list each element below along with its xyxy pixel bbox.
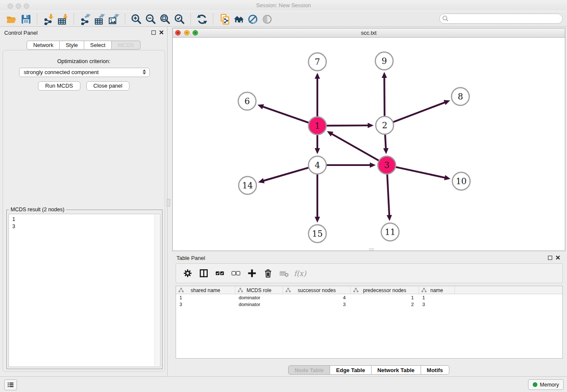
sort-tree-icon	[421, 288, 427, 293]
table-settings-button[interactable]	[182, 268, 193, 279]
edge-1-6[interactable]	[258, 104, 317, 126]
close-table-panel-icon[interactable]	[556, 255, 560, 260]
table-cell: 1	[419, 294, 455, 301]
tab-network-table[interactable]: Network Table	[371, 365, 421, 375]
network-view-window: scc.txt 7968124314101511	[172, 28, 565, 251]
control-panel-tabs: NetworkStyleSelectMCDS	[0, 41, 167, 50]
first-neighbors-icon	[233, 14, 245, 25]
table-tabs: Node TableEdge TableNetwork TableMotifs	[172, 365, 565, 375]
node-label: 6	[245, 96, 250, 106]
optimization-criterion-label: Optimization criterion:	[3, 58, 165, 64]
graph-node-9[interactable]: 9	[375, 52, 393, 70]
task-history-button[interactable]	[4, 379, 17, 390]
table-cell: dominator	[235, 301, 283, 308]
tab-edge-table[interactable]: Edge Table	[330, 365, 371, 375]
graph-node-6[interactable]: 6	[238, 92, 256, 110]
graph-node-14[interactable]: 14	[239, 177, 256, 194]
network-window-titlebar: scc.txt	[173, 28, 565, 38]
close-panel-icon[interactable]	[159, 30, 164, 35]
column-header-shared-name[interactable]: shared name	[176, 286, 235, 294]
first-neighbors-button[interactable]	[232, 13, 245, 25]
tab-motifs[interactable]: Motifs	[421, 365, 449, 375]
graph-node-4[interactable]: 4	[308, 156, 326, 174]
open-session-button[interactable]	[5, 13, 18, 25]
graph-node-3[interactable]: 3	[378, 156, 396, 174]
export-network-button[interactable]	[79, 13, 91, 25]
zoom-selected-icon	[174, 14, 185, 25]
zoom-fit-button[interactable]	[159, 13, 171, 25]
frame-resize-grip[interactable]	[369, 248, 374, 250]
zoom-selected-button[interactable]	[173, 13, 186, 25]
tab-node-table[interactable]: Node Table	[288, 365, 330, 375]
graph-node-2[interactable]: 2	[376, 116, 394, 134]
graph-node-11[interactable]: 11	[381, 223, 399, 241]
graph-node-7[interactable]: 7	[308, 53, 326, 71]
table-row[interactable]: 1dominator411	[176, 294, 562, 301]
select-all-rows-button[interactable]	[214, 268, 225, 279]
optimization-criterion-select[interactable]: strongly connected component	[19, 68, 150, 77]
column-header-predecessor-nodes[interactable]: predecessor nodes	[351, 286, 419, 294]
tab-network[interactable]: Network	[27, 41, 60, 50]
node-label: 11	[385, 227, 395, 237]
table-panel-header: Table Panel	[172, 252, 565, 264]
toggle-columns-button[interactable]	[198, 268, 209, 279]
zoom-in-button[interactable]	[130, 13, 143, 25]
column-header-name[interactable]: name	[419, 286, 455, 294]
window-title: Session: New Session	[0, 2, 567, 8]
table-settings-icon	[183, 268, 193, 278]
graph-node-10[interactable]: 10	[452, 172, 470, 190]
graph-node-15[interactable]: 15	[308, 225, 326, 243]
float-panel-icon[interactable]	[151, 30, 156, 35]
export-table-button[interactable]	[93, 13, 106, 25]
node-label: 2	[382, 120, 388, 130]
table-cell: 4	[283, 294, 351, 301]
toolbar-separator	[213, 14, 213, 25]
show-hide-button	[261, 13, 274, 25]
edge-2-8[interactable]	[385, 100, 450, 125]
select-all-rows-icon	[215, 268, 225, 278]
run-mcds-button[interactable]: Run MCDS	[38, 81, 80, 91]
add-column-button[interactable]	[246, 268, 257, 279]
node-label: 14	[242, 180, 253, 190]
export-image-button[interactable]	[107, 13, 120, 25]
delete-column-button[interactable]	[262, 268, 273, 279]
column-label: predecessor nodes	[363, 287, 406, 293]
node-table: shared nameMCDS rolesuccessor nodesprede…	[176, 286, 563, 359]
import-table-button[interactable]	[56, 13, 69, 25]
deselect-all-rows-icon	[231, 268, 241, 278]
close-panel-button[interactable]: Close panel	[86, 81, 130, 91]
graph-node-1[interactable]: 1	[308, 117, 326, 135]
node-label: 9	[382, 56, 387, 66]
edge-3-1[interactable]	[327, 131, 387, 165]
zoom-out-button[interactable]	[144, 13, 157, 25]
tab-style[interactable]: Style	[59, 41, 84, 50]
toolbar-separator	[37, 14, 37, 25]
new-network-from-selection-button[interactable]	[218, 13, 231, 25]
save-session-button[interactable]	[19, 13, 32, 25]
import-network-button[interactable]	[42, 13, 55, 25]
memory-status-icon	[533, 382, 537, 387]
new-network-from-selection-icon	[219, 14, 230, 25]
apply-style-button[interactable]	[247, 13, 259, 25]
memory-button[interactable]: Memory	[528, 379, 564, 390]
float-table-panel-icon[interactable]	[548, 256, 552, 260]
control-panel-title: Control Panel	[4, 30, 38, 36]
panel-splitter-grip[interactable]	[167, 199, 170, 207]
refresh-button[interactable]	[195, 13, 208, 25]
result-scrollbar[interactable]	[154, 215, 160, 366]
save-session-icon	[20, 14, 32, 25]
network-graph: 7968124314101511	[173, 38, 565, 251]
network-canvas[interactable]: 7968124314101511	[173, 38, 565, 251]
zoom-fit-icon	[160, 14, 171, 25]
column-header-MCDS-role[interactable]: MCDS role	[235, 286, 283, 294]
graph-node-8[interactable]: 8	[451, 88, 469, 105]
node-label: 4	[315, 160, 320, 170]
table-row[interactable]: 3dominator323	[176, 301, 562, 308]
deselect-all-rows-button[interactable]	[230, 268, 241, 279]
edge-3-10[interactable]	[387, 165, 451, 180]
tab-mcds[interactable]: MCDS	[111, 41, 140, 50]
function-builder-icon: f(x)	[294, 269, 306, 278]
search-input[interactable]	[439, 14, 563, 24]
tab-select[interactable]: Select	[84, 41, 112, 50]
column-header-successor-nodes[interactable]: successor nodes	[283, 286, 351, 294]
